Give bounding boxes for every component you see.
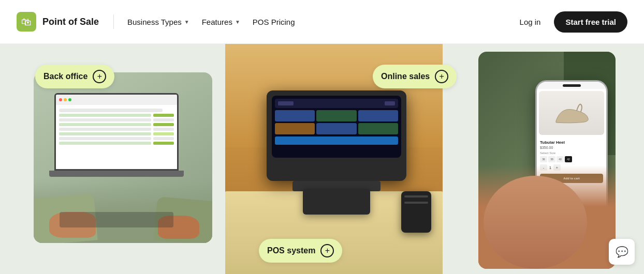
online-sales-label[interactable]: Online sales +: [373, 65, 457, 88]
back-office-text: Back office: [43, 72, 87, 81]
pos-system-label[interactable]: POS system +: [259, 239, 342, 263]
nav-item-business-types[interactable]: Business Types ▼: [122, 14, 195, 29]
chat-widget[interactable]: 💬: [609, 239, 635, 265]
plus-circle-icon-3: +: [320, 244, 334, 257]
svg-text:🛍: 🛍: [21, 16, 32, 27]
panel-right: Tubular Heel $350.00 Select Size 36 38 4…: [478, 52, 616, 269]
features-label: Features: [202, 18, 232, 26]
shoe-icon: [551, 100, 592, 126]
chevron-down-icon-2: ▼: [235, 19, 240, 25]
plus-circle-icon-2: +: [435, 70, 448, 83]
nav-divider: [113, 14, 114, 29]
login-button[interactable]: Log in: [511, 13, 549, 31]
shopify-logo-link[interactable]: 🛍: [17, 12, 36, 32]
chevron-down-icon: ▼: [184, 19, 189, 25]
panel-left: [34, 72, 212, 243]
pos-system-text: POS system: [267, 246, 315, 255]
plus-circle-icon: +: [93, 70, 106, 83]
online-sales-text: Online sales: [381, 72, 430, 81]
brand-name: Point of Sale: [42, 17, 99, 27]
navbar: 🛍 Point of Sale Business Types ▼ Feature…: [0, 0, 644, 44]
chat-icon: 💬: [616, 246, 628, 258]
login-label: Log in: [520, 18, 541, 26]
business-types-label: Business Types: [127, 18, 182, 26]
pos-pricing-label: POS Pricing: [253, 18, 295, 26]
main-content: Tubular Heel $350.00 Select Size 36 38 4…: [0, 44, 644, 274]
back-office-label[interactable]: Back office +: [35, 65, 114, 88]
nav-item-features[interactable]: Features ▼: [197, 14, 245, 29]
nav-item-pos-pricing[interactable]: POS Pricing: [247, 14, 300, 29]
start-trial-button[interactable]: Start free trial: [554, 11, 627, 33]
shopify-logo-icon: 🛍: [17, 12, 36, 32]
